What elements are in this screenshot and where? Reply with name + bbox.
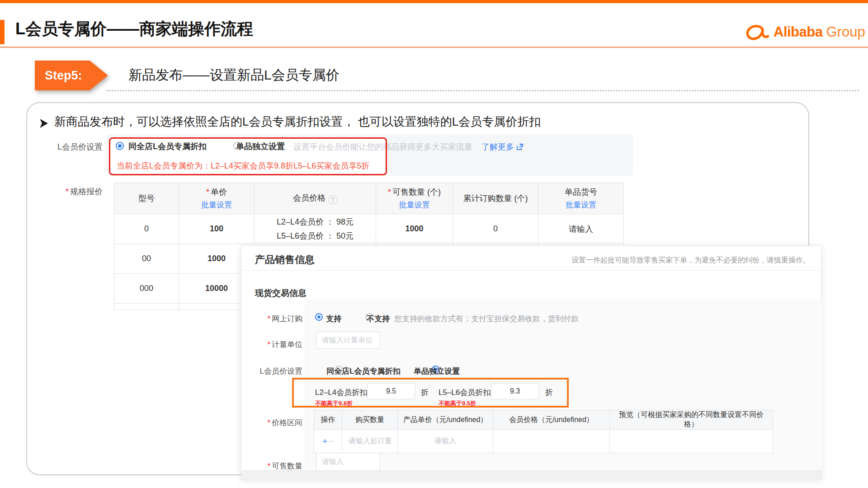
l24-discount-limit-note: 不能高于9.8折 — [315, 399, 353, 408]
learn-more-text[interactable]: 了解更多 — [481, 141, 514, 152]
payment-methods-hint: 您支持的收款方式有：支付宝担保交易收款，货到付款 — [394, 314, 579, 324]
bullet-text: 新商品发布时，可以选择依照全店的L会员专属折扣设置， 也可以设置独特的L会员专属… — [54, 114, 541, 130]
radio-store-discount-selected[interactable] — [116, 142, 124, 150]
min-batch-warning: 设置一件起批可能导致零售买家下单，为避免不必要的纠纷，请慎重操作。 — [571, 256, 810, 265]
required-mark: * — [66, 187, 69, 196]
member-price-setting-label2: L会员价设置 — [241, 366, 302, 376]
top-orange-bar — [0, 0, 868, 3]
cell-preview-empty — [610, 430, 773, 453]
l56-discount-limit-note: 不能高于9.5折 — [439, 399, 476, 408]
bullet-arrow-icon — [39, 118, 49, 128]
add-price-range-icon[interactable]: + — [322, 436, 327, 446]
member-price-setting-label: L会员价设置 — [45, 141, 103, 152]
l56-discount-input[interactable] — [491, 383, 539, 399]
learn-more-link[interactable]: 了解更多 — [481, 141, 524, 152]
cell-operation: +− — [314, 430, 342, 453]
spot-trade-section-title: 现货交易信息 — [255, 287, 307, 299]
col-preview: 预览（可根据买家采购的不同数量设置不同价格） — [610, 410, 773, 430]
price-range-row: +− 请输入起订量 请输入 — [314, 430, 773, 453]
panel2-title: 产品销售信息 — [255, 253, 315, 267]
l24-discount-label: L2–L4会员折扣 — [315, 387, 367, 398]
required-mark: * — [388, 188, 391, 197]
current-store-price-note: 当前全店L会员专属价为：L2–L4买家会员享9.8折L5–L6买家会员享5折 — [117, 160, 369, 171]
batch-set-itemno-link[interactable]: 批量设置 — [538, 200, 623, 210]
radio-store-discount2-label[interactable]: 同全店L会员专属折扣 — [326, 366, 400, 376]
help-icon[interactable]: ? — [328, 195, 337, 204]
radio-not-support-label[interactable]: 不支持 — [367, 314, 390, 324]
col-item-no: 单品货号 批量设置 — [538, 183, 624, 214]
cell-model: 000 — [114, 274, 179, 304]
batch-set-price-link[interactable]: 批量设置 — [179, 200, 254, 210]
panel2-divider — [241, 270, 821, 271]
required-mark: * — [267, 418, 270, 427]
unit-input[interactable] — [316, 332, 380, 349]
spec-table-row: 0 100 L2–L4会员价 ： 98元 L5–L6会员价 ： 50元 1000… — [114, 214, 624, 244]
l56-discount-label: L5–L6会员折扣 — [439, 387, 491, 398]
col-sellable: *可售数量 (个) 批量设置 — [376, 183, 453, 214]
col-model: 型号 — [114, 183, 179, 214]
unit-price-input[interactable]: 请输入 — [398, 430, 493, 453]
dotted-divider — [107, 90, 859, 91]
col-operation: 操作 — [314, 410, 342, 430]
price-range-header-row: 操作 购买数量 产品单价（元/undefined） 会员价格（元/undefin… — [314, 410, 773, 430]
col-buy-qty: 购买数量 — [342, 410, 398, 430]
spec-quote-label: *规格报价 — [45, 186, 103, 197]
item-no-input[interactable]: 请输入 — [538, 214, 624, 244]
min-order-qty-input[interactable]: 请输入起订量 — [342, 430, 398, 453]
spec-table-header-row: 型号 *单价 批量设置 会员价格? *可售数量 (个) 批量设置 累计订购数量 … — [114, 183, 624, 214]
l24-discount-input[interactable] — [367, 383, 415, 399]
cell-model: 00 — [114, 244, 179, 274]
radio-single-setting2-label[interactable]: 单品独立设置 — [414, 366, 460, 376]
required-mark: * — [206, 188, 209, 197]
radio-support-selected[interactable] — [315, 313, 323, 321]
panel2-footer-strip — [241, 470, 821, 480]
unit-label: *计量单位 — [241, 339, 302, 350]
online-order-label: *网上订购 — [241, 314, 302, 324]
alibaba-smile-icon — [744, 23, 770, 42]
price-range-label: *价格区间 — [241, 418, 302, 428]
col-ordered: 累计订购数量 (个) — [453, 183, 538, 214]
l56-discount-unit: 折 — [545, 387, 553, 398]
col-unit-price: 产品单价（元/undefined） — [398, 410, 493, 430]
required-mark: * — [267, 462, 270, 470]
batch-set-sellable-link[interactable]: 批量设置 — [376, 200, 453, 210]
radio-store-discount-label[interactable]: 同全店L会员专属折扣 — [128, 141, 207, 152]
sellable-qty-label: *可售数量 — [241, 461, 302, 471]
radio-support-label[interactable]: 支持 — [326, 314, 341, 324]
member-price-hint: 设置平台会员价能让您的商品获得更多大买家流量 — [293, 141, 472, 152]
product-sales-panel: 产品销售信息 设置一件起批可能导致零售买家下单，为避免不必要的纠纷，请慎重操作。… — [241, 245, 821, 480]
external-link-icon — [516, 143, 524, 150]
radio-single-setting-label[interactable]: 单品独立设置 — [236, 141, 285, 152]
orange-annotation-box: L2–L4会员折扣 折 L5–L6会员折扣 折 不能高于9.8折 不能高于9.5… — [292, 378, 569, 408]
required-mark: * — [267, 314, 270, 323]
cell-ordered: 0 — [453, 214, 538, 244]
slide: L会员专属价——商家端操作流程 Alibaba Group Step5: 新品发… — [0, 0, 868, 488]
cell-price: 100 — [179, 214, 255, 244]
logo-brand-text: Alibaba — [774, 24, 822, 40]
step-badge: Step5: — [35, 61, 108, 90]
cell-member-price: L2–L4会员价 ： 98元 L5–L6会员价 ： 50元 — [255, 214, 376, 244]
col-member-price: 会员价格? — [255, 183, 376, 214]
remove-price-range-icon[interactable]: − — [329, 436, 334, 446]
page-title: L会员专属价——商家端操作流程 — [15, 18, 253, 40]
cell-member-price-empty — [493, 430, 610, 453]
step-title: 新品发布——设置新品L会员专属价 — [128, 66, 340, 84]
logo-suffix-text: Group — [826, 24, 865, 40]
sellable-qty-input[interactable] — [316, 453, 380, 471]
cell-sellable: 1000 — [376, 214, 453, 244]
alibaba-logo: Alibaba Group — [744, 23, 865, 42]
l24-discount-unit: 折 — [421, 387, 429, 398]
col-member-price2: 会员价格（元/undefined） — [493, 410, 610, 430]
price-range-table: 操作 购买数量 产品单价（元/undefined） 会员价格（元/undefin… — [314, 410, 773, 453]
title-accent-bar — [0, 20, 5, 44]
header-divider — [0, 47, 868, 48]
col-price: *单价 批量设置 — [179, 183, 255, 214]
required-mark: * — [267, 340, 270, 349]
cell-model: 0 — [114, 214, 179, 244]
